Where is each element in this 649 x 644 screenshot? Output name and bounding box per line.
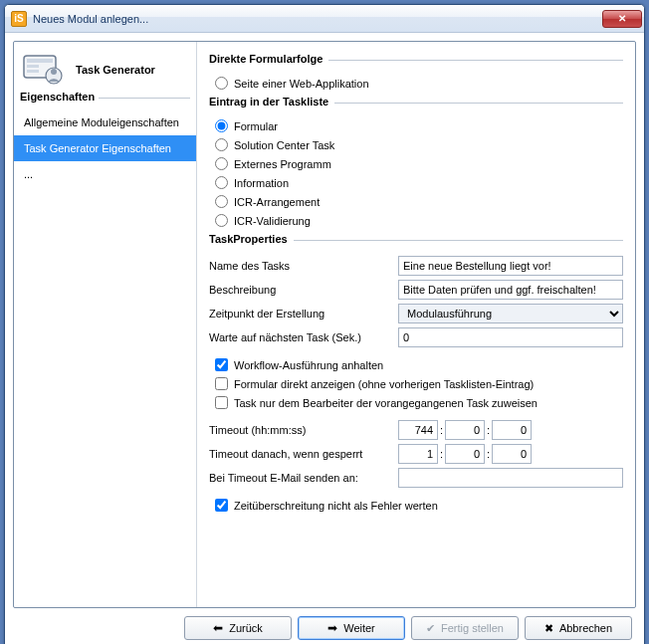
- sidebar-title: Task Generator: [76, 64, 155, 76]
- label-timeout: Timeout (hh:mm:ss): [209, 424, 398, 436]
- check-assign-previous[interactable]: Task nur dem Bearbeiter der vorangegange…: [209, 393, 623, 412]
- radio-icr-validation[interactable]: ICR-Validierung: [209, 211, 623, 230]
- dialog-window: iS Neues Modul anlegen... ✕ Task Generat…: [4, 4, 645, 644]
- check-halt-workflow[interactable]: Workflow-Ausführung anhalten: [209, 355, 623, 374]
- group-direct-title: Direkte Formularfolge: [209, 60, 623, 66]
- radio-external-program[interactable]: Externes Programm: [209, 154, 623, 173]
- arrow-left-icon: ⬅: [213, 621, 223, 635]
- input-timeout2-m[interactable]: [445, 444, 485, 464]
- group-props-title: TaskProperties: [209, 240, 623, 246]
- input-task-name[interactable]: [398, 256, 623, 276]
- close-button[interactable]: ✕: [602, 10, 642, 28]
- label-wait: Warte auf nächsten Task (Sek.): [209, 331, 398, 343]
- label-task-name: Name des Tasks: [209, 260, 398, 272]
- sidebar-item-general[interactable]: Allgemeine Moduleigenschaften: [14, 109, 196, 135]
- radio-formular-input[interactable]: [215, 119, 228, 132]
- row-timeout-email: Bei Timeout E-Mail senden an:: [209, 466, 623, 490]
- svg-point-5: [51, 69, 57, 75]
- group-direct: Direkte Formularfolge Seite einer Web-Ap…: [209, 60, 623, 93]
- back-button[interactable]: ⬅ Zurück: [184, 616, 292, 640]
- radio-information[interactable]: Information: [209, 173, 623, 192]
- row-timeout: Timeout (hh:mm:ss) : :: [209, 418, 623, 442]
- cancel-button[interactable]: ✖ Abbrechen: [525, 616, 632, 640]
- main-panel: Direkte Formularfolge Seite einer Web-Ap…: [197, 42, 635, 607]
- row-creation-time: Zeitpunkt der Erstellung Modulausführung: [209, 302, 623, 325]
- footer: ⬅ Zurück ➡ Weiter ✔ Fertig stellen ✖ Abb…: [13, 608, 636, 642]
- check-show-form-direct-input[interactable]: [215, 377, 228, 390]
- input-timeout2-h[interactable]: [398, 444, 438, 464]
- row-wait: Warte auf nächsten Task (Sek.): [209, 325, 623, 349]
- group-tasklist: Eintrag in der Taskliste Formular Soluti…: [209, 103, 623, 230]
- label-timeout-locked: Timeout danach, wenn gesperrt: [209, 448, 398, 460]
- group-task-properties: TaskProperties Name des Tasks Beschreibu…: [209, 240, 623, 515]
- radio-icr-arrangement-input[interactable]: [215, 195, 228, 208]
- check-assign-previous-input[interactable]: [215, 396, 228, 409]
- radio-icr-validation-input[interactable]: [215, 214, 228, 227]
- sidebar-section-label: Eigenschaften: [20, 98, 190, 106]
- cancel-icon: ✖: [544, 622, 553, 635]
- svg-rect-1: [27, 59, 53, 63]
- radio-solution-center[interactable]: Solution Center Task: [209, 135, 623, 154]
- radio-solution-center-input[interactable]: [215, 138, 228, 151]
- svg-rect-2: [27, 65, 39, 68]
- input-wait[interactable]: [398, 327, 623, 347]
- radio-external-program-input[interactable]: [215, 157, 228, 170]
- arrow-right-icon: ➡: [327, 621, 337, 635]
- task-generator-icon: [22, 52, 66, 88]
- radio-information-input[interactable]: [215, 176, 228, 189]
- check-timeout-no-error[interactable]: Zeitüberschreitung nicht als Fehler wert…: [209, 496, 623, 515]
- sidebar: Task Generator Eigenschaften Allgemeine …: [14, 42, 197, 607]
- label-creation-time: Zeitpunkt der Erstellung: [209, 308, 398, 320]
- input-description[interactable]: [398, 280, 623, 300]
- input-timeout2-s[interactable]: [492, 444, 532, 464]
- select-creation-time[interactable]: Modulausführung: [398, 304, 623, 323]
- sidebar-item-more[interactable]: ...: [14, 161, 196, 187]
- check-icon: ✔: [426, 622, 435, 635]
- label-description: Beschreibung: [209, 284, 398, 296]
- titlebar: iS Neues Modul anlegen... ✕: [5, 5, 644, 33]
- sidebar-item-taskgen[interactable]: Task Generator Eigenschaften: [14, 135, 196, 161]
- check-show-form-direct[interactable]: Formular direkt anzeigen (ohne vorherige…: [209, 374, 623, 393]
- group-tasklist-title: Eintrag in der Taskliste: [209, 103, 623, 108]
- input-timeout-h[interactable]: [398, 420, 438, 440]
- check-timeout-no-error-input[interactable]: [215, 499, 228, 512]
- label-timeout-email: Bei Timeout E-Mail senden an:: [209, 472, 398, 484]
- next-button[interactable]: ➡ Weiter: [298, 616, 405, 640]
- row-description: Beschreibung: [209, 278, 623, 302]
- input-timeout-email[interactable]: [398, 468, 623, 488]
- check-halt-workflow-input[interactable]: [215, 358, 228, 371]
- app-icon: iS: [11, 11, 27, 27]
- window-title: Neues Modul anlegen...: [33, 13, 602, 25]
- finish-button[interactable]: ✔ Fertig stellen: [411, 616, 519, 640]
- row-timeout-locked: Timeout danach, wenn gesperrt : :: [209, 442, 623, 466]
- radio-icr-arrangement[interactable]: ICR-Arrangement: [209, 192, 623, 211]
- input-timeout-s[interactable]: [492, 420, 532, 440]
- radio-web-page-input[interactable]: [215, 77, 228, 90]
- input-timeout-m[interactable]: [445, 420, 485, 440]
- svg-rect-3: [27, 70, 39, 73]
- radio-web-page[interactable]: Seite einer Web-Applikation: [209, 74, 623, 93]
- radio-formular[interactable]: Formular: [209, 116, 623, 135]
- row-task-name: Name des Tasks: [209, 254, 623, 278]
